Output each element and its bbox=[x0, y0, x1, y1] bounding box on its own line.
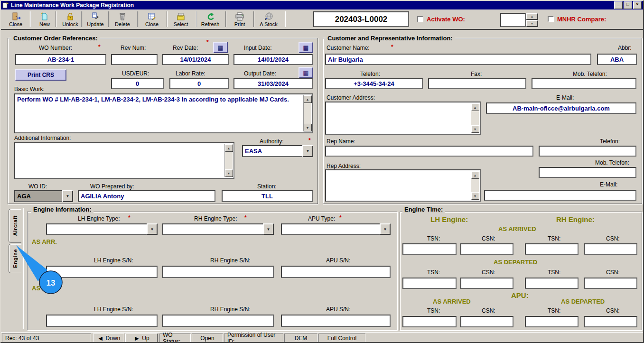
toolbar-button-label: A Stock bbox=[260, 21, 277, 27]
telefon-field[interactable]: +3-3445-34-24 bbox=[325, 78, 423, 89]
scroll-up-icon[interactable]: ▲ bbox=[471, 171, 479, 179]
rev-date-label: Rev Date: bbox=[173, 45, 198, 51]
output-date-field[interactable]: 31/03/2024 bbox=[233, 78, 313, 89]
rev-num-field[interactable] bbox=[111, 54, 158, 65]
wo-id-dropdown[interactable]: AGA ▼ bbox=[14, 190, 73, 202]
toolbar-button-label: Close bbox=[9, 21, 22, 27]
toolbar-select-button[interactable]: Select bbox=[168, 11, 193, 28]
chevron-down-icon[interactable]: ▼ bbox=[263, 223, 274, 235]
wo-number-field[interactable]: AB-234-1 bbox=[15, 54, 106, 65]
abbr-field[interactable]: ABA bbox=[597, 54, 637, 65]
customer-address-textarea[interactable]: ▲ ▼ bbox=[325, 102, 481, 135]
toolbar-print-button[interactable]: Print bbox=[227, 11, 252, 28]
scroll-down-icon[interactable]: ▼ bbox=[304, 124, 312, 131]
fax-field[interactable] bbox=[428, 78, 526, 89]
chevron-down-icon[interactable]: ▼ bbox=[380, 223, 391, 235]
rh-csn-departed-field[interactable] bbox=[584, 278, 637, 289]
apu-sn-arr-field[interactable] bbox=[281, 266, 391, 278]
scroll-down-icon[interactable]: ▼ bbox=[225, 169, 233, 177]
permission-user-cell: DEM bbox=[284, 334, 317, 343]
apu-csn-arrived-field[interactable] bbox=[460, 316, 513, 327]
status-bar: Rec: 43 of 43 ◄ Down ► Up WO Status: Ope… bbox=[1, 332, 643, 343]
activate-wo-checkbox[interactable] bbox=[417, 16, 423, 22]
lh-csn-departed-field[interactable] bbox=[460, 278, 513, 289]
toolbar-refresh-button[interactable]: Refresh bbox=[198, 11, 223, 28]
lh-engine-sn-dep-field[interactable] bbox=[46, 315, 158, 327]
scroll-down-icon[interactable]: ▼ bbox=[471, 125, 479, 133]
prepared-by-field[interactable]: AGILIA Antony bbox=[78, 190, 215, 202]
scroll-down-icon[interactable]: ▼ bbox=[471, 192, 479, 200]
lh-csn-arrived-field[interactable] bbox=[460, 243, 513, 255]
rev-date-field[interactable]: 14/01/2024 bbox=[162, 54, 229, 65]
customer-name-field[interactable]: Air Bulgaria bbox=[325, 54, 591, 65]
email-field[interactable]: AB-main-oficce@airbulgaria.com bbox=[486, 102, 636, 114]
input-date-calendar-button[interactable]: ▦ bbox=[299, 42, 313, 53]
mnhr-compare-checkbox[interactable] bbox=[548, 16, 554, 22]
minimize-button[interactable]: _ bbox=[614, 1, 623, 9]
basic-work-scrollbar[interactable]: ▲ ▼ bbox=[303, 95, 311, 131]
rep-email-label: E-Mail: bbox=[600, 181, 617, 188]
scroll-up-icon[interactable]: ▲ bbox=[225, 144, 233, 152]
chevron-down-icon[interactable]: ▼ bbox=[302, 145, 313, 157]
close-window-button[interactable]: × bbox=[633, 1, 642, 9]
permission-level-value: Full Control bbox=[327, 335, 356, 342]
apu-type-dropdown[interactable]: ▼ bbox=[281, 223, 391, 235]
rh-engine-type-dropdown[interactable]: ▼ bbox=[162, 223, 274, 235]
rh-tsn-departed-field[interactable] bbox=[525, 278, 579, 289]
toolbar-new-button[interactable]: New bbox=[32, 11, 57, 28]
chevron-down-icon[interactable]: ▼ bbox=[147, 223, 158, 235]
lh-engine-type-dropdown[interactable]: ▼ bbox=[46, 223, 158, 235]
toolbar-a-stock-button[interactable]: A Stock bbox=[255, 11, 282, 28]
apu-tsn-departed-field[interactable] bbox=[525, 316, 579, 327]
lh-tsn-departed-field[interactable] bbox=[402, 278, 457, 289]
rep-address-scrollbar[interactable]: ▲ ▼ bbox=[471, 171, 479, 200]
up-button[interactable]: ► Up bbox=[125, 334, 158, 343]
additional-info-textarea[interactable]: ▲ ▼ bbox=[14, 142, 234, 179]
output-date-calendar-button[interactable]: ▦ bbox=[299, 67, 313, 78]
rh-engine-sn-dep-field[interactable] bbox=[162, 315, 274, 327]
print-crs-button[interactable]: Print CRS bbox=[15, 69, 66, 81]
spinner-down-button[interactable]: ▼ bbox=[526, 20, 538, 27]
calendar-icon: ▦ bbox=[217, 45, 223, 51]
customer-address-scrollbar[interactable]: ▲ ▼ bbox=[471, 103, 479, 133]
station-field[interactable]: TLL bbox=[222, 190, 313, 202]
down-button[interactable]: ◄ Down bbox=[93, 334, 124, 343]
authority-dropdown[interactable]: EASA ▼ bbox=[242, 145, 313, 157]
rep-telefon-field[interactable] bbox=[539, 146, 636, 157]
restore-button[interactable]: □ bbox=[624, 1, 632, 9]
tab-aircraft[interactable]: Aircraft bbox=[9, 209, 21, 243]
scroll-up-icon[interactable]: ▲ bbox=[304, 95, 312, 103]
wo-spinner-field[interactable] bbox=[500, 13, 526, 27]
rep-mob-telefon-field[interactable] bbox=[539, 167, 636, 178]
basic-work-textarea[interactable]: Perform WO # LM-AB-234-1, LM-AB-234-2, L… bbox=[14, 93, 313, 133]
rev-date-calendar-button[interactable]: ▦ bbox=[213, 42, 228, 53]
toolbar-unlock-button[interactable]: Unlock bbox=[58, 11, 83, 28]
rep-name-field[interactable] bbox=[325, 146, 533, 157]
lh-tsn-arrived-field[interactable] bbox=[402, 243, 457, 255]
rh-tsn-arrived-field[interactable] bbox=[525, 243, 579, 255]
apu-csn-departed-field[interactable] bbox=[584, 316, 637, 327]
input-date-field[interactable]: 14/01/2024 bbox=[233, 54, 313, 65]
apu-tsn-arrived-field[interactable] bbox=[402, 316, 457, 327]
rep-address-textarea[interactable]: ▲ ▼ bbox=[325, 169, 481, 202]
toolbar-close-button[interactable]: Close bbox=[3, 11, 28, 28]
toolbar-close-form-button[interactable]: Close bbox=[140, 11, 164, 28]
chevron-down-icon[interactable]: ▼ bbox=[62, 190, 73, 202]
rep-email-field[interactable] bbox=[484, 190, 636, 201]
mob-telefon-field[interactable] bbox=[532, 78, 636, 89]
rh-csn-arrived-field[interactable] bbox=[584, 243, 637, 255]
additional-info-scrollbar[interactable]: ▲ ▼ bbox=[224, 144, 233, 177]
apu-sn-dep-field[interactable] bbox=[281, 315, 391, 327]
usd-eur-field[interactable]: 0 bbox=[111, 78, 164, 89]
prepared-by-label: WO Prepared by: bbox=[90, 183, 134, 190]
tsn-label: TSN: bbox=[548, 235, 560, 242]
lh-engine-sn-label: LH Engine S/N: bbox=[94, 306, 133, 313]
customer-address-label: Customer Address: bbox=[327, 94, 375, 101]
toolbar-update-button[interactable]: Update bbox=[83, 11, 108, 28]
scroll-up-icon[interactable]: ▲ bbox=[471, 103, 479, 111]
spinner-up-button[interactable]: ▲ bbox=[526, 13, 538, 20]
rh-engine-sn-arr-field[interactable] bbox=[162, 266, 274, 278]
title-bar: Line Maintenance Work Package Registrati… bbox=[1, 1, 643, 9]
labor-rate-field[interactable]: 0 bbox=[169, 78, 229, 89]
toolbar-delete-button[interactable]: Delete bbox=[110, 11, 135, 28]
